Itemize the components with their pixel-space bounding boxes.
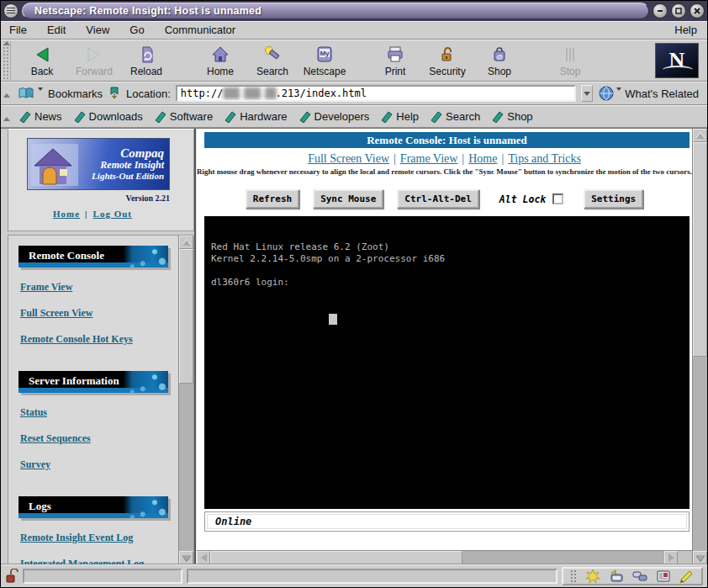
whats-related-button[interactable]: What's Related: [598, 85, 702, 102]
sidebar-link-status[interactable]: Status: [20, 406, 178, 419]
logout-link[interactable]: Log Out: [93, 209, 132, 219]
sidebar-scroll-thumb[interactable]: [179, 249, 193, 384]
horizontal-scroll-track[interactable]: [462, 551, 664, 564]
netscape-logo[interactable]: N: [655, 43, 699, 78]
compaq-brand: Compaq: [120, 146, 164, 160]
console-nav-links: Full Screen View|Frame View|Home|Tips an…: [197, 152, 692, 166]
navigator-icon[interactable]: [585, 569, 600, 584]
maximize-icon: [674, 6, 684, 16]
sidebar-link-full-screen-view[interactable]: Full Screen View: [20, 307, 178, 320]
link-home[interactable]: Home: [468, 152, 497, 165]
ctrl-alt-del-button[interactable]: Ctrl-Alt-Del: [397, 189, 478, 209]
close-button[interactable]: [690, 3, 705, 19]
refresh-button[interactable]: Refresh: [246, 189, 299, 209]
menu-file[interactable]: File: [9, 24, 27, 36]
back-label: Back: [31, 66, 54, 77]
horizontal-scroll-thumb[interactable]: [210, 551, 462, 564]
nav-buttons: Back Forward Reload Home: [13, 40, 707, 81]
menu-view[interactable]: View: [86, 24, 109, 36]
print-button[interactable]: Print: [369, 42, 421, 79]
bookmark-item-software[interactable]: Software: [155, 110, 213, 123]
stop-icon: [561, 45, 579, 65]
netscape-button[interactable]: My Netscape: [299, 42, 351, 79]
menu-help[interactable]: Help: [674, 24, 697, 36]
remote-console-screen[interactable]: Red Hat Linux release 6.2 (Zoot) Kernel …: [204, 216, 690, 509]
address-book-icon[interactable]: [656, 569, 671, 584]
sidebar-link-remote-console-hot-keys[interactable]: Remote Console Hot Keys: [20, 333, 178, 346]
url-input[interactable]: http://███.███.██.213/index.html: [176, 85, 576, 102]
section-server-information: Server Information: [18, 371, 168, 393]
stop-button: Stop: [544, 42, 596, 79]
component-bar-grip[interactable]: [570, 569, 577, 583]
menu-bar: File Edit View Go Communicator Help: [1, 21, 707, 40]
arrow-right-icon: [668, 554, 674, 562]
menu-edit[interactable]: Edit: [47, 24, 66, 36]
reload-button[interactable]: Reload: [120, 42, 172, 79]
home-button[interactable]: Home: [194, 42, 246, 79]
sidebar-scroll-up-button[interactable]: [179, 236, 193, 249]
arrow-down-icon: [696, 555, 705, 561]
connection-status: Online: [215, 516, 251, 527]
main-scroll-track[interactable]: [693, 357, 707, 551]
maximize-button[interactable]: [671, 3, 686, 19]
scroll-right-button[interactable]: [664, 551, 678, 564]
home-link[interactable]: Home: [53, 209, 80, 219]
scrollbar-corner: [678, 551, 692, 564]
mailbox-icon[interactable]: [609, 569, 624, 584]
bookmarks-label[interactable]: Bookmarks: [48, 87, 103, 100]
search-button[interactable]: Search: [246, 42, 299, 79]
main-scroll-up-button[interactable]: [693, 129, 707, 142]
security-button[interactable]: Security: [421, 42, 473, 79]
sidebar-link-remote-insight-event-log[interactable]: Remote Insight Event Log: [20, 532, 178, 544]
shop-button[interactable]: @ Shop: [473, 42, 526, 79]
scroll-left-button[interactable]: [197, 551, 210, 564]
component-bar: [562, 567, 703, 585]
sync-mouse-button[interactable]: Sync Mouse: [313, 189, 383, 209]
location-bookmark-icon[interactable]: [108, 87, 121, 100]
composer-icon[interactable]: [679, 569, 695, 584]
url-history-dropdown[interactable]: [581, 85, 593, 102]
sidebar-scroll-track[interactable]: [179, 384, 193, 551]
sidebar-scroll-down-button[interactable]: [179, 551, 193, 564]
toolbar-grip[interactable]: [2, 41, 11, 80]
window-menu-button[interactable]: [3, 3, 18, 19]
my-netscape-icon: My: [315, 45, 334, 65]
title-pill[interactable]: Netscape: Remote Insight: Host is unname…: [22, 3, 649, 19]
bookmark-item-hardware[interactable]: Hardware: [225, 110, 287, 123]
link-frame-view[interactable]: Frame View: [400, 152, 458, 165]
terminal-line: dl360r6 login:: [211, 277, 690, 289]
back-button[interactable]: Back: [16, 42, 68, 79]
link-full-screen-view[interactable]: Full Screen View: [308, 152, 389, 165]
bookmark-item-downloads[interactable]: Downloads: [74, 110, 143, 123]
forward-icon: [85, 45, 103, 65]
main-scroll-down-button[interactable]: [693, 551, 707, 564]
forward-label: Forward: [76, 66, 113, 77]
alt-lock-checkbox[interactable]: [552, 193, 563, 204]
menu-go[interactable]: Go: [129, 24, 144, 36]
bookmarks-dropdown-arrow[interactable]: [38, 87, 43, 91]
sidebar-link-survey[interactable]: Survey: [20, 458, 178, 471]
status-message-area: [23, 569, 182, 584]
bookmark-item-shop[interactable]: Shop: [492, 110, 532, 123]
link-tips-and-tricks[interactable]: Tips and Tricks: [508, 152, 581, 165]
sidebar-link-frame-view[interactable]: Frame View: [20, 281, 178, 294]
sidebar: Compaq Remote Insight Lights-Out Edition…: [1, 129, 196, 564]
sidebar-link-integrated-management-log[interactable]: Integrated Management Log: [20, 558, 178, 564]
bookmark-item-search[interactable]: Search: [431, 110, 480, 123]
minimize-button[interactable]: [653, 3, 668, 19]
discussions-icon[interactable]: [632, 569, 647, 584]
bookmark-item-help[interactable]: Help: [381, 110, 419, 123]
bookmarks-icon: [18, 87, 34, 100]
settings-button[interactable]: Settings: [584, 189, 643, 209]
arrow-down-icon: [182, 555, 191, 561]
whats-related-dropdown-arrow[interactable]: [616, 87, 621, 91]
sidebar-link-reset-sequences[interactable]: Reset Sequences: [20, 432, 178, 445]
menu-communicator[interactable]: Communicator: [165, 24, 236, 36]
bookmark-item-news[interactable]: News: [19, 110, 62, 123]
security-lock-icon[interactable]: [5, 569, 18, 584]
window-title: Netscape: Remote Insight: Host is unname…: [34, 5, 262, 17]
reload-label: Reload: [130, 66, 162, 77]
main-scroll-thumb[interactable]: [693, 142, 707, 357]
terminal-line: Red Hat Linux release 6.2 (Zoot): [211, 241, 690, 253]
bookmark-item-developers[interactable]: Developers: [299, 110, 370, 123]
